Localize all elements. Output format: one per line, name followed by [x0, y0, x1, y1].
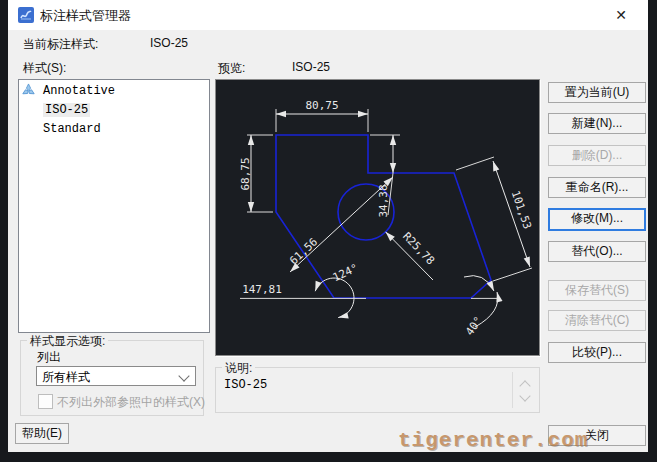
style-item-label: Annotative	[43, 84, 115, 98]
delete-button: 删除(D)...	[548, 145, 646, 166]
style-filter-value: 所有样式	[42, 370, 90, 384]
modify-button[interactable]: 修改(M)...	[548, 208, 646, 231]
rename-button[interactable]: 重命名(R)...	[548, 177, 646, 198]
current-style-label: 当前标注样式:	[23, 37, 98, 51]
current-style-value: ISO-25	[150, 36, 188, 50]
preview-style-name: ISO-25	[292, 60, 330, 74]
override-button[interactable]: 替代(O)...	[548, 241, 646, 262]
styles-list-label: 样式(S):	[23, 60, 66, 77]
style-filter-dropdown[interactable]: 所有样式	[36, 366, 196, 386]
chevron-down-icon	[178, 370, 189, 381]
title-bar: 标注样式管理器 ✕	[8, 0, 648, 30]
dim-text-left: 68,75	[239, 157, 252, 190]
description-label: 说明:	[222, 360, 255, 377]
dim-text-bottom: 147,81	[242, 283, 282, 296]
dim-text-lower-aligned: 61,56	[287, 235, 320, 267]
description-separator	[512, 372, 513, 408]
compare-button[interactable]: 比较(P)...	[548, 342, 646, 363]
xref-checkbox-label: 不列出外部参照中的样式(X)	[57, 394, 205, 411]
dim-text-top: 80,75	[305, 99, 338, 112]
dimension-style-app-icon	[18, 7, 34, 23]
clear-override-button: 清除替代(C)	[548, 310, 646, 331]
description-scroll-spinner	[517, 376, 533, 406]
chevron-down-icon[interactable]	[519, 390, 530, 401]
dim-text-notch: 34,38	[377, 184, 390, 217]
list-item-annotative[interactable]: Annotative	[19, 83, 209, 99]
save-override-button: 保存替代(S)	[548, 280, 646, 301]
style-item-label: Standard	[43, 122, 101, 136]
description-group: 说明: ISO-25	[215, 367, 540, 413]
close-button[interactable]: 关闭	[548, 425, 646, 446]
dimension-preview-canvas: 80,75 68,75 34,38 101,53 R25,78 61,56 12…	[215, 79, 540, 356]
new-button[interactable]: 新建(N)...	[548, 113, 646, 134]
dimension-style-manager-dialog: 标注样式管理器 ✕ 当前标注样式: ISO-25 样式(S): Annotati…	[8, 0, 648, 452]
style-item-label: ISO-25	[43, 103, 90, 117]
list-item-iso25[interactable]: ISO-25	[19, 102, 209, 118]
dim-text-aligned: 101,53	[509, 189, 534, 231]
help-button[interactable]: 帮助(E)	[15, 423, 69, 444]
preview-row: 预览: ISO-25	[218, 60, 245, 77]
style-display-options-group: 样式显示选项: 列出 所有样式 不列出外部参照中的样式(X)	[20, 340, 204, 416]
dim-text-angle: 124°	[331, 261, 361, 284]
style-display-options-label: 样式显示选项:	[27, 333, 108, 350]
dim-text-radius: R25,78	[400, 230, 437, 268]
list-out-label: 列出	[37, 349, 61, 366]
current-style-row: 当前标注样式: ISO-25	[23, 36, 98, 53]
list-item-standard[interactable]: Standard	[19, 121, 209, 137]
window-title: 标注样式管理器	[40, 7, 131, 25]
dim-text-small-angle: 40°	[463, 314, 485, 338]
close-icon[interactable]: ✕	[602, 0, 640, 30]
set-current-button[interactable]: 置为当前(U)	[548, 82, 646, 103]
annotative-icon	[21, 83, 36, 98]
description-value: ISO-25	[224, 378, 267, 392]
xref-checkbox	[38, 394, 53, 409]
styles-listbox[interactable]: Annotative ISO-25 Standard	[18, 79, 210, 333]
preview-label: 预览:	[218, 61, 245, 75]
